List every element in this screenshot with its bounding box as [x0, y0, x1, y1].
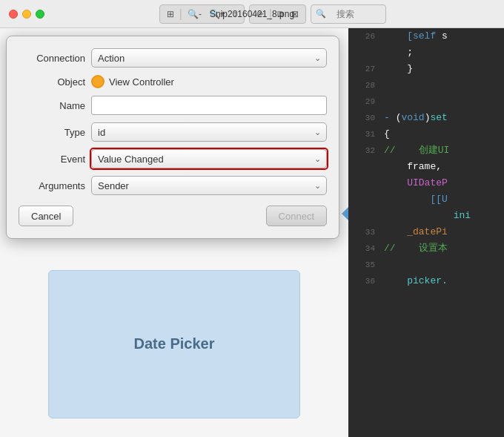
- line-number: 31: [354, 126, 375, 142]
- right-panel: 26 [self s ; 27 }: [348, 28, 504, 437]
- connection-select-wrapper: Action: [91, 48, 327, 68]
- traffic-lights: [9, 10, 44, 19]
- name-label: Name: [19, 100, 85, 111]
- code-content: picker.: [384, 273, 498, 289]
- code-line-27: 27 }: [348, 61, 504, 77]
- code-content: }: [384, 61, 498, 77]
- code-content: [384, 93, 498, 110]
- code-content: [[U: [384, 191, 498, 208]
- connection-dialog: Connection Action Object View Controller…: [6, 36, 339, 239]
- code-line-32: 32 // 创建UI: [348, 142, 504, 159]
- code-content: ;: [384, 45, 498, 61]
- code-content: [384, 77, 498, 93]
- object-value: View Controller: [109, 76, 174, 88]
- connection-row: Connection Action: [19, 48, 327, 68]
- arguments-select[interactable]: Sender: [91, 176, 327, 195]
- object-value-container: View Controller: [91, 75, 327, 88]
- main-area: Connection Action Object View Controller…: [0, 28, 504, 437]
- code-line-29: 29: [348, 93, 504, 110]
- code-line-31: 31 {: [348, 126, 504, 142]
- search-input[interactable]: [329, 7, 381, 22]
- date-picker-area: Date Picker: [0, 251, 348, 437]
- code-line-36: 36 picker.: [348, 273, 504, 289]
- code-area: 26 [self s ; 27 }: [348, 28, 504, 289]
- arguments-select-wrapper: Sender: [91, 176, 327, 195]
- line-number: 33: [354, 224, 375, 240]
- zoom-out-button[interactable]: 🔍-: [185, 9, 204, 19]
- connection-select[interactable]: Action: [91, 48, 327, 68]
- line-number: 29: [354, 93, 375, 110]
- close-button[interactable]: [9, 10, 18, 19]
- code-line-26: 26 [self s: [348, 28, 504, 45]
- name-row: Name: [19, 96, 327, 115]
- code-line-33: 33 _datePi: [348, 224, 504, 240]
- object-row: Object View Controller: [19, 75, 327, 88]
- search-group: 🔍: [311, 4, 386, 24]
- arrow-indicator: [342, 206, 348, 221]
- cancel-button[interactable]: Cancel: [19, 206, 73, 226]
- object-icon: [91, 75, 105, 88]
- date-picker-label: Date Picker: [134, 335, 215, 352]
- event-select-highlight: Value Changed ⌄: [91, 149, 327, 168]
- code-content: [self s: [384, 28, 498, 45]
- maximize-button[interactable]: [36, 10, 44, 19]
- code-content: {: [384, 126, 498, 142]
- code-content: // 创建UI: [384, 142, 498, 159]
- line-number: 32: [354, 142, 375, 159]
- code-line-34: 34 // 设置本: [348, 240, 504, 257]
- search-icon: 🔍: [316, 9, 326, 19]
- arguments-row: Arguments Sender: [19, 176, 327, 195]
- code-line-28: 28: [348, 77, 504, 93]
- code-scroll[interactable]: 26 [self s ; 27 }: [348, 28, 504, 437]
- left-panel: Connection Action Object View Controller…: [0, 28, 348, 437]
- toolbar: ⊞ | 🔍- 🔍+ ↑ Snip20160421_8.png ✏ | ⧉ ⊠ 🔍: [50, 4, 495, 24]
- sidebar-toggle-button[interactable]: ⊞: [165, 9, 176, 19]
- code-line-u: [[U: [348, 191, 504, 208]
- code-line-35: 35: [348, 257, 504, 273]
- line-number: 28: [354, 77, 375, 93]
- connect-button[interactable]: Connect: [266, 206, 327, 226]
- code-line-semi: ;: [348, 45, 504, 61]
- type-select[interactable]: id: [91, 122, 327, 142]
- line-number: 34: [354, 240, 375, 257]
- file-title: Snip20160421_8.png: [210, 9, 294, 19]
- code-line-ini: ini: [348, 208, 504, 224]
- code-content: // 设置本: [384, 240, 498, 257]
- code-content: _datePi: [384, 224, 498, 240]
- code-content: frame,: [384, 159, 498, 175]
- code-line-frame: frame,: [348, 159, 504, 175]
- line-number: 35: [354, 257, 375, 273]
- event-row: Event Value Changed ⌄: [19, 149, 327, 168]
- date-picker-box: Date Picker: [48, 270, 300, 418]
- name-input[interactable]: [91, 96, 327, 115]
- dialog-buttons: Cancel Connect: [19, 206, 327, 226]
- event-select[interactable]: Value Changed: [91, 149, 327, 168]
- code-line-uidatep: UIDateP: [348, 175, 504, 191]
- code-content: ini: [384, 208, 498, 224]
- code-content: - (void)set: [384, 110, 498, 126]
- minimize-button[interactable]: [22, 10, 31, 19]
- arguments-label: Arguments: [19, 180, 85, 191]
- line-number: 36: [354, 273, 375, 289]
- line-number: 30: [354, 110, 375, 126]
- line-number: 27: [354, 61, 375, 77]
- code-content: [384, 257, 498, 273]
- connection-label: Connection: [19, 53, 85, 64]
- type-label: Type: [19, 127, 85, 138]
- code-content: UIDateP: [384, 175, 498, 191]
- object-label: Object: [19, 76, 85, 88]
- type-row: Type id: [19, 122, 327, 142]
- title-bar: ⊞ | 🔍- 🔍+ ↑ Snip20160421_8.png ✏ | ⧉ ⊠ 🔍: [0, 0, 504, 28]
- code-line-30: 30 - (void)set: [348, 110, 504, 126]
- line-number: 26: [354, 28, 375, 45]
- event-label: Event: [19, 154, 85, 165]
- type-select-wrapper: id: [91, 122, 327, 142]
